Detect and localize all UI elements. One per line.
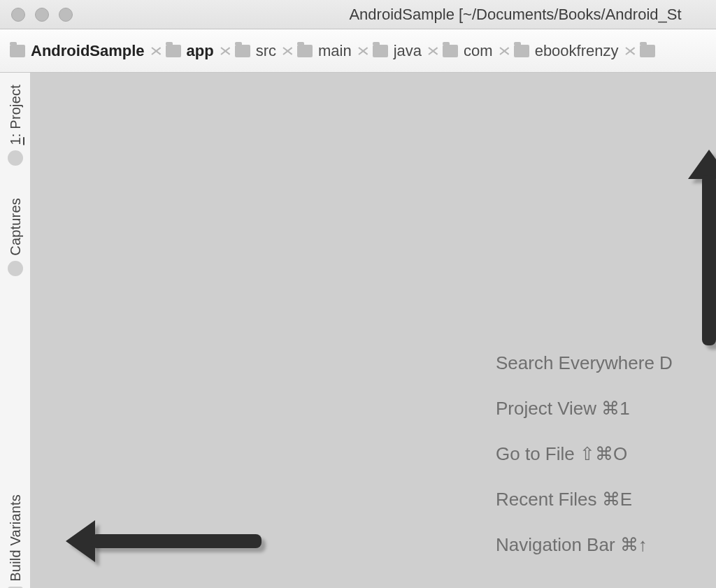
minimize-window-button[interactable] <box>35 8 49 22</box>
hint-project-view: Project View ⌘1 <box>496 398 716 420</box>
annotation-arrow-up <box>688 150 716 345</box>
folder-icon <box>443 45 458 57</box>
toolwindow-tab-label: 1: Project <box>8 85 24 145</box>
toolwindow-tab-label: Captures <box>8 198 24 256</box>
chevron-right-icon <box>359 41 368 61</box>
breadcrumb-item[interactable] <box>638 45 658 57</box>
window-controls <box>11 8 73 22</box>
breadcrumb-item[interactable]: ebookfrenzy <box>513 42 623 60</box>
quick-actions-hints: Search Everywhere D Project View ⌘1 Go t… <box>496 352 716 556</box>
breadcrumb-label: AndroidSample <box>29 42 146 60</box>
ide-window: AndroidSample [~/Documents/Books/Android… <box>0 0 716 588</box>
titlebar: AndroidSample [~/Documents/Books/Android… <box>0 0 716 29</box>
close-window-button[interactable] <box>11 8 25 22</box>
chevron-right-icon <box>283 41 293 61</box>
breadcrumb-item[interactable]: com <box>441 42 497 60</box>
project-icon <box>8 150 23 166</box>
hint-search-everywhere: Search Everywhere D <box>496 352 716 374</box>
breadcrumb-label: app <box>185 42 215 60</box>
folder-icon <box>166 45 181 57</box>
breadcrumb-item[interactable]: AndroidSample <box>8 42 149 60</box>
chevron-right-icon <box>500 41 510 61</box>
editor-empty-area: Search Everywhere D Project View ⌘1 Go t… <box>31 73 716 588</box>
folder-icon <box>235 45 250 57</box>
captures-icon <box>8 261 23 276</box>
chevron-right-icon <box>221 41 231 61</box>
hint-navigation-bar: Navigation Bar ⌘↑ <box>496 534 716 556</box>
folder-icon <box>640 45 655 57</box>
folder-icon <box>373 45 388 57</box>
toolwindow-tab-captures[interactable]: Captures <box>0 192 31 282</box>
module-icon <box>10 45 25 57</box>
breadcrumb-label: ebookfrenzy <box>534 42 620 60</box>
toolwindow-tab-build-variants[interactable]: Build Variants <box>0 478 31 588</box>
folder-icon <box>297 45 313 57</box>
toolwindow-tab-label: Build Variants <box>8 494 24 582</box>
chevron-right-icon <box>626 41 636 61</box>
toolwindow-tab-project[interactable]: 1: Project <box>0 80 31 171</box>
annotation-arrow-left <box>66 520 262 562</box>
navigation-bar[interactable]: AndroidSample app src main java com <box>0 29 716 73</box>
left-toolwindow-bar: 1: Project Captures Build Variants <box>0 73 31 588</box>
chevron-right-icon <box>152 41 162 61</box>
breadcrumb-item[interactable]: java <box>371 42 426 60</box>
chevron-right-icon <box>429 41 438 61</box>
breadcrumb-label: com <box>462 42 494 60</box>
folder-icon <box>514 45 529 57</box>
breadcrumb-item[interactable]: main <box>296 42 356 60</box>
zoom-window-button[interactable] <box>59 8 73 22</box>
breadcrumb-item[interactable]: app <box>164 42 218 60</box>
hint-recent-files: Recent Files ⌘E <box>496 489 716 510</box>
breadcrumb-label: main <box>317 42 353 60</box>
window-title: AndroidSample [~/Documents/Books/Android… <box>0 6 716 24</box>
breadcrumb-label: java <box>392 42 423 60</box>
breadcrumb-label: src <box>255 42 278 60</box>
hint-goto-file: Go to File ⇧⌘O <box>496 443 716 465</box>
breadcrumb-item[interactable]: src <box>234 42 280 60</box>
